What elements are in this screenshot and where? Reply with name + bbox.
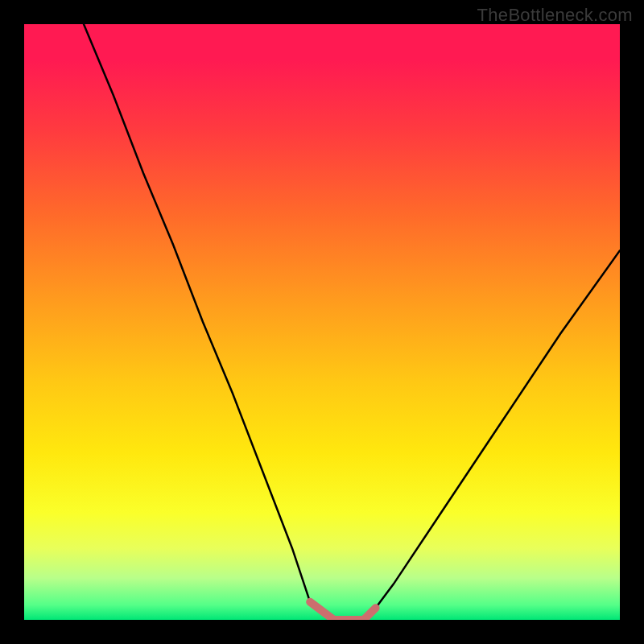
- curve-left-branch: [84, 24, 310, 602]
- watermark-text: TheBottleneck.com: [477, 5, 633, 26]
- plot-area: [24, 24, 620, 620]
- chart-frame: TheBottleneck.com: [0, 0, 644, 644]
- bottleneck-curve-svg: [24, 24, 620, 620]
- curve-right-branch: [376, 250, 620, 608]
- highlight-valley: [310, 602, 375, 620]
